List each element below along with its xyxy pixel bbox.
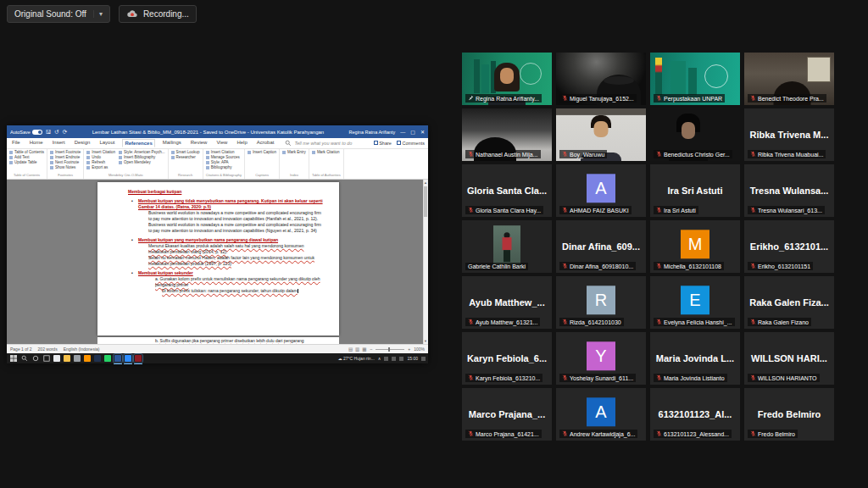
ribbon-button-mark-entry[interactable]: Mark Entry [282, 150, 306, 154]
print-layout-icon[interactable]: ▥ [355, 347, 359, 352]
participant-tile[interactable]: YYoshelay Sunardi_611... [556, 332, 646, 385]
chevron-down-icon[interactable]: ▾ [93, 10, 103, 18]
notification-icon[interactable] [421, 357, 426, 361]
scroll-down-icon[interactable]: ▼ [423, 339, 428, 343]
participant-tile[interactable]: Fredo BelmiroFredo Belmiro [744, 388, 834, 441]
taskbar-app-file-explorer[interactable] [64, 355, 70, 362]
tray-expand-icon[interactable]: ∧ [378, 356, 381, 361]
document-page[interactable]: Membuat berbagai kutipanMembuat kutipan … [97, 182, 339, 336]
participant-tile[interactable]: Tresna Wulansa...Tresna Wulansari_613... [744, 164, 834, 217]
participant-tile[interactable]: Ribka Trivena M...Ribka Trivena Muabuai.… [744, 108, 834, 161]
taskbar-app-mendeley[interactable] [135, 355, 142, 362]
start-icon[interactable] [9, 355, 17, 363]
ribbon-button-bibliography[interactable]: Bibliography [206, 165, 240, 169]
taskbar-app-store[interactable] [94, 355, 101, 362]
tab-insert[interactable]: Insert [51, 139, 67, 147]
ribbon-button-insert-citation[interactable]: Insert Citation [86, 150, 115, 154]
ribbon-button-update-table[interactable]: Update Table [9, 160, 44, 164]
redo-icon[interactable]: ⟳ [63, 129, 67, 136]
ribbon-button-show-notes[interactable]: Show Notes [50, 165, 81, 169]
participant-tile[interactable]: Ira Sri AstutiIra Sri Astuti [650, 164, 740, 217]
ribbon-button-refresh[interactable]: Refresh [86, 160, 115, 164]
word-count[interactable]: 202 words [38, 347, 58, 352]
taskbar-app-zoom[interactable] [125, 355, 131, 362]
autosave-toggle[interactable]: AutoSave [10, 130, 42, 135]
search-icon[interactable] [20, 355, 28, 363]
volume-icon[interactable] [384, 357, 388, 361]
ribbon-button-style-american-psych[interactable]: Style: American Psych... [119, 150, 165, 154]
ribbon-button-add-text[interactable]: Add Text [9, 155, 44, 159]
participant-tile[interactable]: Miguel Tanujaya_6152... [556, 53, 646, 105]
participant-tile[interactable]: Regina Ratna Arifianty... [462, 53, 552, 105]
tab-review[interactable]: Review [189, 139, 209, 147]
ribbon-button-mark-citation[interactable]: Mark Citation [312, 150, 340, 154]
zoom-out-button[interactable]: – [370, 347, 373, 352]
participant-tile[interactable]: Benedict Theodore Pra... [744, 53, 834, 105]
tell-me-search[interactable]: Tell me what you want to do [285, 140, 367, 147]
ribbon-button-insert-footnote[interactable]: Insert Footnote [50, 150, 81, 154]
participant-tile[interactable]: AAHMAD FAIZ BASUKI [556, 164, 646, 217]
comments-button[interactable]: Comments [397, 141, 425, 146]
page-indicator[interactable]: Page 1 of 2 [10, 347, 32, 352]
ribbon-button-open-mendeley[interactable]: Open Mendeley [119, 160, 165, 164]
document-page-next[interactable]: b. Suffix digunakan jika pengarang prime… [97, 337, 339, 344]
ribbon-button-table-of-contents[interactable]: Table of Contents [9, 150, 44, 154]
participant-tile[interactable]: RRizda_6142101030 [556, 276, 646, 329]
tab-help[interactable]: Help [235, 139, 248, 147]
zoom-level[interactable]: 100% [414, 347, 425, 352]
restore-button[interactable]: ▢ [410, 129, 415, 135]
weather-widget[interactable]: ☁ 27°C Hujan rin... [338, 356, 375, 361]
tab-file[interactable]: File [10, 139, 22, 147]
participant-tile[interactable]: Perpustakaan UNPAR [650, 53, 740, 105]
zoom-slider[interactable] [376, 349, 404, 350]
participant-tile[interactable]: Boy_Waruwu [556, 108, 646, 161]
close-button[interactable]: ✕ [420, 129, 425, 135]
taskbar-app-browser[interactable] [84, 355, 91, 362]
tab-mailings[interactable]: Mailings [161, 139, 183, 147]
ribbon-button-undo[interactable]: Undo [86, 155, 115, 159]
participant-tile[interactable]: Nathanael Austin Mija... [462, 108, 552, 161]
ribbon-button-manage-sources[interactable]: Manage Sources [206, 155, 240, 159]
ribbon-button-researcher[interactable]: Researcher [171, 155, 200, 159]
battery-icon[interactable] [399, 357, 403, 361]
clock[interactable]: 15:00 [407, 356, 418, 361]
network-icon[interactable] [392, 357, 396, 361]
recording-indicator[interactable]: Recording... [119, 5, 197, 23]
taskbar-app-whatsapp[interactable] [104, 355, 111, 362]
vertical-scrollbar[interactable]: ▲ ▼ [423, 180, 428, 344]
participant-tile[interactable]: EEvelyna Felicia Hanshi_... [650, 276, 740, 329]
share-button[interactable]: Share [374, 141, 392, 146]
ribbon-button-export-as[interactable]: Export as [86, 165, 115, 169]
zoom-in-button[interactable]: + [408, 347, 410, 352]
tab-layout[interactable]: Layout [97, 139, 116, 147]
web-layout-icon[interactable]: ▦ [362, 347, 366, 352]
participant-tile[interactable]: Ayub Matthew_...Ayub Matthew_61321... [462, 276, 552, 329]
tab-home[interactable]: Home [28, 139, 45, 147]
tab-references[interactable]: References [122, 139, 154, 147]
minimize-button[interactable]: — [400, 130, 405, 135]
account-name[interactable]: Regina Ratna Arifianty [349, 130, 396, 135]
participant-tile[interactable]: Maria Jovinda L...Maria Jovinda Listiant… [650, 332, 740, 385]
ribbon-button-smart-lookup[interactable]: Smart Lookup [171, 150, 200, 154]
cortana-icon[interactable] [31, 355, 39, 363]
scrollbar-thumb[interactable] [424, 186, 427, 217]
scroll-up-icon[interactable]: ▲ [423, 180, 428, 185]
read-mode-icon[interactable]: ▤ [348, 347, 353, 352]
language-indicator[interactable]: English (Indonesia) [64, 347, 100, 352]
original-sound-button[interactable]: Original Sound: Off ▾ [7, 5, 110, 23]
participant-tile[interactable]: 6132101123_Al...6132101123_Alessand... [650, 388, 740, 441]
ribbon-button-insert-bibliography[interactable]: Insert Bibliography [119, 155, 165, 159]
taskbar-app-chrome[interactable] [53, 355, 60, 362]
participant-tile[interactable]: Erikho_6132101...Erikho_6132101151 [744, 220, 834, 273]
participant-tile[interactable]: Marco Prajana_...Marco Prajana_61421... [462, 388, 552, 441]
participant-tile[interactable]: Gabriele Cathlin Barki [462, 220, 552, 273]
tab-acrobat[interactable]: Acrobat [255, 139, 276, 147]
participant-tile[interactable]: MMichella_6132101108 [650, 220, 740, 273]
participant-tile[interactable]: Karyn Febiola_6...Karyn Febiola_613210..… [462, 332, 552, 385]
participant-tile[interactable]: AAndrew Kartawidjaja_6... [556, 388, 646, 441]
save-icon[interactable]: 🖫 [46, 129, 52, 135]
participant-tile[interactable]: Gloria Santa Cla...Gloria Santa Clara Ha… [462, 164, 552, 217]
ribbon-button-insert-citation[interactable]: Insert Citation [206, 150, 240, 154]
participant-tile[interactable]: Dinar Afina_609...Dinar Afina_60918010..… [556, 220, 646, 273]
taskbar-app-word[interactable] [114, 355, 121, 362]
